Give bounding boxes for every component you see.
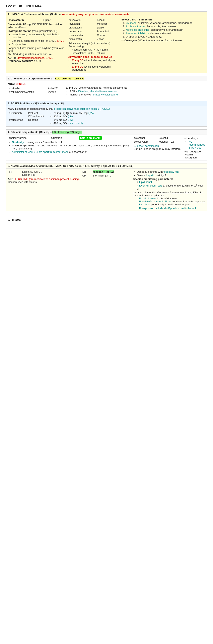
- monitoring-list: ○ Lipid panel ○ Liver Function Tests at …: [137, 180, 205, 190]
- pregnancy-can: -Can be used in pregnancy, may interfere: [133, 148, 183, 150]
- drug-brand: Livalo: [96, 26, 120, 30]
- section1-block: 1. HMG-CoA Reductase Inhibitors (Statins…: [6, 12, 207, 73]
- section5-adr: ADR: FLUSHING (pre medicate w/ aspirin t…: [8, 178, 80, 180]
- section6-block: 6. Fibrates: [6, 217, 207, 222]
- drug-name: colestipol: [133, 136, 157, 140]
- drug-name: cholestyramine: [8, 136, 50, 140]
- section5-drug-table: IR Niacin-50 (OTC),Niacor (Rx): [8, 170, 80, 177]
- drug-dose: [61, 18, 66, 22]
- section2-dose: 10 mg QD, with or without food, no renal…: [66, 86, 205, 89]
- table-row: IR Niacin-50 (OTC),Niacor (Rx): [8, 170, 80, 177]
- adrs-note: ADRs: Elevated transaminases, SAMS: [8, 56, 66, 59]
- section6-header: 6. Fibrates: [8, 218, 206, 222]
- table-row: pravastatin Pravachol: [68, 30, 120, 33]
- drug-name: ER: [81, 170, 92, 174]
- drug-brand: Zetia E2: [47, 86, 64, 90]
- list-item: Body → liver: [12, 43, 66, 46]
- table-row: cholestyramine Questran Safe in pregnant…: [8, 136, 131, 140]
- section2-moa: MOA: NPC1L1: [8, 82, 205, 86]
- list-item: 20 mg QD w/ amiodarone, amlodipine, lomi…: [72, 59, 120, 65]
- hydrophilic-bullets: Water loving, not necessarily contribute…: [12, 33, 66, 46]
- drug-name: ezetimibe/simvastatin: [8, 90, 47, 94]
- table-row: CR Slo-niacin (OTC): [81, 174, 131, 178]
- drug-name: pravastatin: [68, 30, 96, 33]
- drug-name: ezetimibe: [8, 86, 47, 90]
- drug-name: colesevelam: [133, 140, 157, 144]
- list-item: 10 mg QD w/ diltiazem, verapamil, droned…: [72, 65, 120, 71]
- cyp-list: CV meds: diltiazem, verapamil, amiodaron…: [126, 22, 205, 38]
- table-row: ER Niaspan (Rx) -E2: [81, 170, 131, 174]
- simva-dose-bullets: 20 mg QD w/ amiodarone, amlodipine, lomi…: [72, 59, 120, 71]
- list-item: Gradually ↑ dosing over > 1-month interv…: [12, 140, 131, 144]
- section1-title: 1. HMG-CoA Reductase Inhibitors (Statins…: [8, 13, 129, 16]
- section4-block: 4. Bile acid sequestrants (Resins) – LDL…: [6, 129, 207, 160]
- list-item: 420 mg SQ once monthly: [54, 122, 205, 125]
- table-row: colestipol Colestid: [133, 136, 183, 140]
- section4-drug-table: cholestyramine Questran Safe in pregnant…: [8, 136, 131, 140]
- drug-name: atorvastatin: [8, 18, 42, 22]
- drug-brand: Repatha: [27, 118, 48, 122]
- drug-brand: Mevacor: [96, 22, 120, 26]
- drug-brand: Questran: [50, 136, 78, 140]
- select-cyp-label: Select CYP3A4 inhibitors:: [121, 18, 205, 21]
- section3-header: 3. PCSK9 Inhibitors - $$$, add-on therap…: [6, 101, 207, 106]
- list-item: CV meds: diltiazem, verapamil, amiodaron…: [126, 22, 205, 24]
- section3-drug-table: alirocumab Praluent (E2-spell name) evol…: [8, 111, 48, 122]
- section4-right-bullets: NOT recommended if TG > 300: [188, 140, 205, 149]
- drug-name: simvastatin: [68, 37, 96, 41]
- cyp3a4-note: CYP3A4: drug reactions (ator, sim, lo): [8, 52, 66, 56]
- list-item: Proteases inhibitors: darunavir, ritonav…: [126, 32, 205, 35]
- table-row: evolocumab Repatha: [8, 118, 48, 122]
- drug-brand: Niacin-50 (OTC),Niacor (Rx): [21, 170, 80, 177]
- section4-main-bullets: Gradually ↑ dosing over > 1-month interv…: [12, 140, 131, 154]
- admin-note: -Administer at night (with exceptions): [68, 42, 120, 45]
- coenzyme-note: ***Coenzyme Q10 not recommended for rout…: [121, 39, 205, 42]
- table-row: alirocumab Praluent (E2-spell name): [8, 111, 48, 118]
- list-item: 75 mg SQ Q2W, max 150 mg Q2W: [54, 112, 205, 114]
- list-item: Dosed at bedtime with food (low-fat): [137, 170, 205, 173]
- drug-name: alirocumab: [8, 111, 27, 118]
- list-item: Powders/granules: must be mixed with non…: [12, 144, 131, 150]
- table-row: ezetimibe/simvastatin Vytorin: [8, 90, 64, 94]
- section1-header: 1. HMG-CoA Reductase Inhibitors (Statins…: [6, 12, 207, 17]
- drug-name: rosuvastatin: [68, 33, 96, 37]
- section3-moa: MOA: Human monoclonal antibody that prop…: [8, 107, 205, 110]
- longer-half-life: Longer half-life: can be given daytime (…: [8, 46, 66, 52]
- monitoring-continued: ○ Blood glucose: in pts w/ diabetes ○ Pl…: [137, 197, 205, 206]
- list-item: 300 mg SQ Q4W: [54, 115, 205, 118]
- simva-dose-label: Simvastatin dose limits to know: E2: [68, 55, 120, 58]
- section5-main-bullets: Dosed at bedtime with food (low-fat) Sev…: [137, 170, 205, 177]
- table-row: pitavastatin Livalo: [68, 26, 120, 30]
- other-drugs: other drugs: [184, 137, 205, 140]
- section2-drug-table: ezetimibe Zetia E2 ezetimibe/simvastatin…: [8, 86, 64, 94]
- gi-note: -GI upset, constipation: [133, 144, 183, 148]
- list-item: Beneficial agent for pt @ risk of SAMS S…: [12, 39, 66, 42]
- drug-brand: Slo-niacin (OTC): [92, 174, 131, 178]
- simvastatin-note: Simvastatin 80 mg: DO NOT USE b/c ↑ risk…: [8, 23, 66, 29]
- drug-name: evolocumab: [8, 118, 27, 122]
- list-item: Rosuvastatin: CrCl < 30 mL/min: [72, 48, 120, 51]
- section4-header: 4. Bile acid sequestrants (Resins) – LDL…: [6, 130, 207, 135]
- phosphorus-note: ○ Phosphorus: periodically if predispose…: [137, 207, 205, 210]
- drug-brand: Crestor: [96, 33, 120, 37]
- renal-bullets: Rosuvastatin: CrCl < 30 mL/min Pitavasta…: [72, 48, 120, 54]
- drug-name: lovastatin: [68, 22, 96, 26]
- list-item: Azole antifungals: fluconazole, itracona…: [126, 25, 205, 28]
- list-item: Administer at least 2-4 hrs apart from o…: [12, 150, 131, 154]
- table-row: rosuvastatin Crestor: [68, 33, 120, 37]
- section5-caution: Caution uses with statins: [8, 180, 80, 184]
- section5-header: 5. Nicotinic acid (Niacin, vitamin B3) –…: [6, 164, 207, 169]
- list-item: Severe hepatic toxicity!!!: [137, 174, 205, 177]
- pregnancy-note: Pregnancy category X (E2): [8, 59, 66, 62]
- statin-drug-table: fluvastatin Lescol lovastatin Mevacor pi…: [68, 18, 120, 41]
- drug-brand: Praluent (E2-spell name): [27, 111, 48, 118]
- list-item: Monitor therapy w/ fibrates + cyclospori…: [70, 93, 205, 96]
- table-row: fluvastatin Lescol: [68, 18, 120, 22]
- list-item: Macrolide antibiotics: clarithromycin, e…: [126, 28, 205, 31]
- table-row: lovastatin Mevacor: [68, 22, 120, 26]
- drug-brand: Lipitor: [42, 18, 61, 22]
- table-row: atorvastatin Lipitor: [8, 18, 66, 22]
- therapy-note: therapy, q 6 months after (more frequent…: [133, 191, 205, 197]
- list-item: Water loving, not necessarily contribute…: [12, 33, 66, 39]
- list-item: Grapefruit (avoid < 1 quart/day): [126, 35, 205, 38]
